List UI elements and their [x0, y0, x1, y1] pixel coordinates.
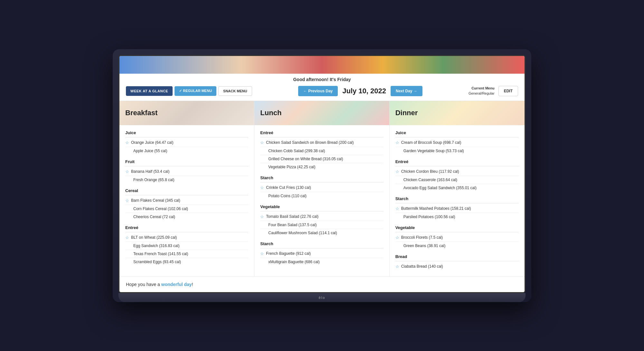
menu-item: Egg Sandwich (316.83 cal) [125, 242, 248, 250]
category-dinner-1: Entreé☆Chicken Cordon Bleu (117.92 cal)C… [395, 157, 519, 192]
star-icon: ☆ [125, 198, 129, 203]
current-menu-label: Current Menu [469, 86, 495, 91]
menu-item: ☆French Baguette (912 cal) [260, 250, 383, 258]
column-title-breakfast: Breakfast [119, 109, 163, 117]
category-title: Entreé [260, 128, 383, 137]
item-name: Buttermilk Mashed Potatoes (158.21 cal) [401, 206, 519, 211]
menu-item: ☆Tomato Basil Salad (22.76 cal) [260, 213, 383, 221]
item-name: Texas French Toast (141.55 cal) [133, 252, 248, 256]
category-breakfast-3: Entreé☆BLT on Wheat (225.09 cal)Egg Sand… [125, 223, 248, 266]
item-name: Cream of Broccoli Soup (698.7 cal) [401, 140, 519, 145]
menu-item: ☆Cream of Broccoli Soup (698.7 cal) [395, 139, 519, 147]
menu-body-lunch: Entreé☆Chicken Salad Sandwich on Brown B… [254, 125, 389, 272]
menu-item: ☆Buttermilk Mashed Potatoes (158.21 cal) [395, 205, 519, 213]
menu-body-breakfast: Juice☆Orange Juice (64.47 cal)Apple Juic… [119, 125, 254, 272]
star-icon: ☆ [125, 140, 129, 145]
menu-item: Chicken Casserole (163.64 cal) [395, 176, 519, 184]
menu-item: Garden Vegetable Soup (53.73 cal) [395, 147, 519, 155]
star-icon: ☆ [260, 214, 264, 219]
menu-item: ☆BLT on Wheat (225.09 cal) [125, 234, 248, 242]
item-name: Chicken Cordon Bleu (117.92 cal) [401, 169, 519, 174]
category-title: Vegetable [395, 223, 519, 232]
category-lunch-2: Vegetable☆Tomato Basil Salad (22.76 cal)… [260, 202, 383, 237]
item-name: Fresh Orange (65.8 cal) [133, 178, 248, 182]
menu-item: ☆Barn Flakes Cereal (345 cal) [125, 197, 248, 205]
menu-grid: BreakfastJuice☆Orange Juice (64.47 cal)A… [119, 101, 525, 276]
category-title: Cereal [125, 186, 248, 195]
category-title: Juice [125, 128, 248, 137]
menu-item: ☆Chicken Salad Sandwich on Brown Bread (… [260, 139, 383, 147]
snack-menu-button[interactable]: SNACK MENU [218, 86, 252, 96]
star-icon: ☆ [260, 251, 264, 256]
star-icon: ☆ [125, 169, 129, 174]
item-name: Ciabatta Bread (140 cal) [401, 264, 519, 269]
star-icon: ☆ [260, 185, 264, 190]
item-name: Potato Coins (110 cal) [268, 194, 383, 198]
item-name: Parslied Potatoes (100.56 cal) [403, 215, 519, 219]
current-date: July 10, 2022 [342, 87, 386, 95]
column-title-lunch: Lunch [254, 109, 287, 117]
item-name: Tomato Basil Salad (22.76 cal) [266, 214, 383, 219]
menu-item: ☆Broccoli Florets (7.5 cal) [395, 234, 519, 242]
category-dinner-2: Starch☆Buttermilk Mashed Potatoes (158.2… [395, 194, 519, 221]
category-title: Vegetable [260, 202, 383, 211]
item-name: Avocado Egg Salad Sandwich (355.01 cal) [403, 186, 519, 190]
laptop-brand: ēlo [319, 296, 326, 300]
menu-item: ☆Crinkle Cut Fries (130 cal) [260, 184, 383, 192]
item-name: Crinkle Cut Fries (130 cal) [266, 185, 383, 190]
menu-item: Grilled Cheese on White Bread (316.05 ca… [260, 155, 383, 163]
item-name: Banana Half (53.4 cal) [131, 169, 248, 174]
footer-highlight: wonderful day [161, 282, 192, 287]
item-name: Barn Flakes Cereal (345 cal) [131, 198, 248, 203]
menu-item: Potato Coins (110 cal) [260, 192, 383, 200]
menu-item: ☆Banana Half (53.4 cal) [125, 168, 248, 176]
category-breakfast-1: Fruit☆Banana Half (53.4 cal)Fresh Orange… [125, 157, 248, 184]
next-day-button[interactable]: Next Day → [391, 86, 422, 96]
menu-column-lunch: LunchEntreé☆Chicken Salad Sandwich on Br… [254, 101, 389, 276]
menu-item: Avocado Egg Salad Sandwich (355.01 cal) [395, 184, 519, 192]
previous-day-button[interactable]: ← Previous Day [298, 86, 338, 96]
column-header-breakfast: Breakfast [119, 101, 254, 125]
menu-item: ☆Orange Juice (64.47 cal) [125, 139, 248, 147]
item-name: Orange Juice (64.47 cal) [131, 140, 248, 145]
category-breakfast-0: Juice☆Orange Juice (64.47 cal)Apple Juic… [125, 128, 248, 155]
menu-item: Four Bean Salad (137.5 cal) [260, 221, 383, 229]
item-name: Four Bean Salad (137.5 cal) [268, 223, 383, 227]
item-name: Scrambled Eggs (93.45 cal) [133, 260, 248, 264]
item-name: Chicken Cobb Salad (299.38 cal) [268, 149, 383, 153]
category-title: Entreé [125, 223, 248, 232]
nav-bar: WEEK AT A GLANCE ✓ REGULAR MENU SNACK ME… [126, 85, 518, 97]
menu-column-dinner: DinnerJuice☆Cream of Broccoli Soup (698.… [390, 101, 525, 276]
star-icon: ☆ [260, 140, 264, 145]
item-name: BLT on Wheat (225.09 cal) [131, 235, 248, 240]
item-name: Cauliflower Mushroom Salad (114.1 cal) [268, 231, 383, 235]
menu-item: Parslied Potatoes (100.56 cal) [395, 213, 519, 221]
star-icon: ☆ [395, 140, 399, 145]
category-dinner-4: Bread☆Ciabatta Bread (140 cal) [395, 252, 519, 271]
greeting-text: Good afternoon! It's Friday [126, 77, 518, 85]
footer-message: Hope you have a wonderful day! [126, 282, 518, 287]
category-title: Fruit [125, 157, 248, 166]
nav-center: ← Previous Day July 10, 2022 Next Day → [298, 86, 422, 96]
footer: Hope you have a wonderful day! [119, 276, 525, 292]
menu-item: xMultigrain Baguette (686 cal) [260, 258, 383, 266]
star-icon: ☆ [125, 235, 129, 240]
item-name: Corn Flakes Cereal (102.06 cal) [133, 207, 248, 211]
menu-item: ☆Ciabatta Bread (140 cal) [395, 263, 519, 271]
column-header-lunch: Lunch [254, 101, 389, 125]
regular-menu-button[interactable]: ✓ REGULAR MENU [175, 86, 216, 96]
app-header: Good afternoon! It's Friday WEEK AT A GL… [119, 74, 525, 101]
star-icon: ☆ [395, 169, 399, 174]
category-title: Starch [260, 239, 383, 248]
category-lunch-0: Entreé☆Chicken Salad Sandwich on Brown B… [260, 128, 383, 171]
nav-left-buttons: WEEK AT A GLANCE ✓ REGULAR MENU SNACK ME… [126, 86, 252, 96]
star-icon: ☆ [395, 235, 399, 240]
item-name: French Baguette (912 cal) [266, 251, 383, 256]
item-name: Vegetable Pizza (42.25 cal) [268, 165, 383, 169]
week-at-glance-button[interactable]: WEEK AT A GLANCE [126, 86, 173, 96]
footer-prefix: Hope you have a [126, 282, 161, 287]
top-decorative-strip [119, 56, 525, 74]
menu-item: Corn Flakes Cereal (102.06 cal) [125, 205, 248, 213]
edit-button[interactable]: EDIT [498, 86, 518, 96]
category-lunch-3: Starch☆French Baguette (912 cal)xMultigr… [260, 239, 383, 266]
